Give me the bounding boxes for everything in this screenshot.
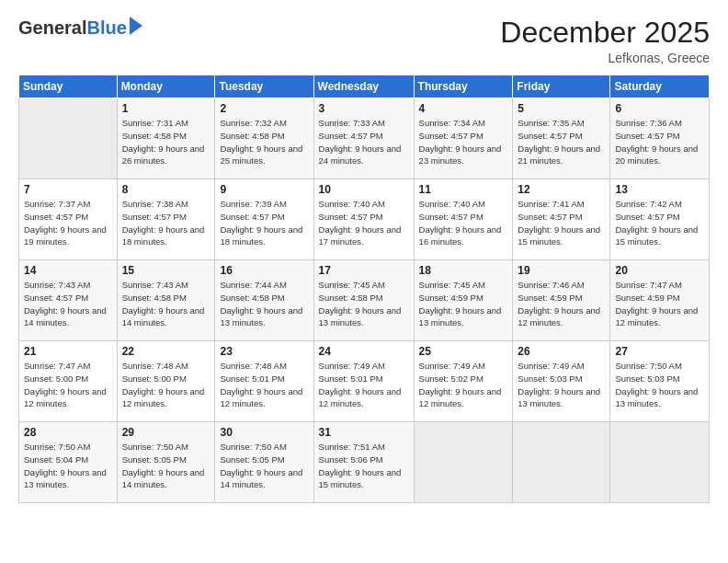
calendar-cell <box>513 422 610 503</box>
day-info: Sunrise: 7:51 AMSunset: 5:06 PMDaylight:… <box>319 441 409 491</box>
calendar-cell: 29Sunrise: 7:50 AMSunset: 5:05 PMDayligh… <box>117 422 215 503</box>
day-info: Sunrise: 7:38 AMSunset: 4:57 PMDaylight:… <box>122 198 210 248</box>
calendar-cell: 3Sunrise: 7:33 AMSunset: 4:57 PMDaylight… <box>313 98 414 179</box>
header: General Blue December 2025 Lefkonas, Gre… <box>18 17 710 65</box>
day-number: 9 <box>220 183 308 196</box>
day-number: 10 <box>319 183 409 196</box>
calendar-cell: 19Sunrise: 7:46 AMSunset: 4:59 PMDayligh… <box>513 260 610 341</box>
calendar-cell: 14Sunrise: 7:43 AMSunset: 4:57 PMDayligh… <box>19 260 118 341</box>
calendar-cell: 4Sunrise: 7:34 AMSunset: 4:57 PMDaylight… <box>414 98 513 179</box>
calendar-cell: 12Sunrise: 7:41 AMSunset: 4:57 PMDayligh… <box>513 179 610 260</box>
day-info: Sunrise: 7:44 AMSunset: 4:58 PMDaylight:… <box>220 279 308 329</box>
calendar-cell: 6Sunrise: 7:36 AMSunset: 4:57 PMDaylight… <box>610 98 710 179</box>
logo: General Blue <box>18 17 142 39</box>
calendar-cell: 2Sunrise: 7:32 AMSunset: 4:58 PMDaylight… <box>215 98 313 179</box>
day-number: 4 <box>419 102 508 115</box>
calendar-week-row: 1Sunrise: 7:31 AMSunset: 4:58 PMDaylight… <box>19 98 710 179</box>
calendar-header-wednesday: Wednesday <box>313 75 414 98</box>
day-number: 28 <box>24 426 112 439</box>
calendar-header-tuesday: Tuesday <box>215 75 313 98</box>
day-number: 13 <box>615 183 704 196</box>
day-info: Sunrise: 7:46 AMSunset: 4:59 PMDaylight:… <box>518 279 605 329</box>
calendar-week-row: 28Sunrise: 7:50 AMSunset: 5:04 PMDayligh… <box>19 422 710 503</box>
calendar-table: SundayMondayTuesdayWednesdayThursdayFrid… <box>18 75 710 503</box>
day-info: Sunrise: 7:43 AMSunset: 4:57 PMDaylight:… <box>24 279 112 329</box>
day-info: Sunrise: 7:45 AMSunset: 4:58 PMDaylight:… <box>319 279 409 329</box>
calendar-header-row: SundayMondayTuesdayWednesdayThursdayFrid… <box>19 75 710 98</box>
calendar-header-monday: Monday <box>117 75 215 98</box>
calendar-cell <box>414 422 513 503</box>
month-title: December 2025 <box>500 17 710 49</box>
title-block: December 2025 Lefkonas, Greece <box>500 17 710 65</box>
calendar-cell: 8Sunrise: 7:38 AMSunset: 4:57 PMDaylight… <box>117 179 215 260</box>
day-info: Sunrise: 7:47 AMSunset: 5:00 PMDaylight:… <box>24 360 112 410</box>
day-info: Sunrise: 7:50 AMSunset: 5:03 PMDaylight:… <box>615 360 704 410</box>
day-number: 26 <box>518 345 605 358</box>
location-text: Lefkonas, Greece <box>500 51 710 65</box>
calendar-cell: 28Sunrise: 7:50 AMSunset: 5:04 PMDayligh… <box>19 422 118 503</box>
logo-blue-text: Blue <box>86 17 126 39</box>
calendar-cell: 18Sunrise: 7:45 AMSunset: 4:59 PMDayligh… <box>414 260 513 341</box>
day-info: Sunrise: 7:49 AMSunset: 5:03 PMDaylight:… <box>518 360 605 410</box>
calendar-cell: 31Sunrise: 7:51 AMSunset: 5:06 PMDayligh… <box>313 422 414 503</box>
day-info: Sunrise: 7:42 AMSunset: 4:57 PMDaylight:… <box>615 198 704 248</box>
calendar-cell <box>610 422 710 503</box>
calendar-cell: 9Sunrise: 7:39 AMSunset: 4:57 PMDaylight… <box>215 179 313 260</box>
day-info: Sunrise: 7:37 AMSunset: 4:57 PMDaylight:… <box>24 198 112 248</box>
day-number: 18 <box>419 264 508 277</box>
calendar-week-row: 7Sunrise: 7:37 AMSunset: 4:57 PMDaylight… <box>19 179 710 260</box>
day-info: Sunrise: 7:50 AMSunset: 5:04 PMDaylight:… <box>24 441 112 491</box>
calendar-cell: 11Sunrise: 7:40 AMSunset: 4:57 PMDayligh… <box>414 179 513 260</box>
day-number: 16 <box>220 264 308 277</box>
calendar-cell: 26Sunrise: 7:49 AMSunset: 5:03 PMDayligh… <box>513 341 610 422</box>
calendar-cell: 27Sunrise: 7:50 AMSunset: 5:03 PMDayligh… <box>610 341 710 422</box>
day-info: Sunrise: 7:40 AMSunset: 4:57 PMDaylight:… <box>319 198 409 248</box>
day-number: 27 <box>615 345 704 358</box>
calendar-week-row: 14Sunrise: 7:43 AMSunset: 4:57 PMDayligh… <box>19 260 710 341</box>
calendar-cell: 21Sunrise: 7:47 AMSunset: 5:00 PMDayligh… <box>19 341 118 422</box>
calendar-cell: 15Sunrise: 7:43 AMSunset: 4:58 PMDayligh… <box>117 260 215 341</box>
calendar-cell: 1Sunrise: 7:31 AMSunset: 4:58 PMDaylight… <box>117 98 215 179</box>
page: General Blue December 2025 Lefkonas, Gre… <box>0 0 728 563</box>
day-number: 19 <box>518 264 605 277</box>
day-info: Sunrise: 7:33 AMSunset: 4:57 PMDaylight:… <box>319 117 409 167</box>
day-number: 14 <box>24 264 112 277</box>
day-number: 7 <box>24 183 112 196</box>
day-info: Sunrise: 7:50 AMSunset: 5:05 PMDaylight:… <box>220 441 308 491</box>
day-number: 25 <box>419 345 508 358</box>
calendar-header-thursday: Thursday <box>414 75 513 98</box>
calendar-cell: 20Sunrise: 7:47 AMSunset: 4:59 PMDayligh… <box>610 260 710 341</box>
day-number: 29 <box>122 426 210 439</box>
day-number: 5 <box>518 102 605 115</box>
calendar-cell: 24Sunrise: 7:49 AMSunset: 5:01 PMDayligh… <box>313 341 414 422</box>
calendar-cell: 5Sunrise: 7:35 AMSunset: 4:57 PMDaylight… <box>513 98 610 179</box>
day-info: Sunrise: 7:50 AMSunset: 5:05 PMDaylight:… <box>122 441 210 491</box>
calendar-cell: 13Sunrise: 7:42 AMSunset: 4:57 PMDayligh… <box>610 179 710 260</box>
day-info: Sunrise: 7:35 AMSunset: 4:57 PMDaylight:… <box>518 117 605 167</box>
logo-arrow-icon <box>130 17 142 35</box>
calendar-cell: 7Sunrise: 7:37 AMSunset: 4:57 PMDaylight… <box>19 179 118 260</box>
day-number: 23 <box>220 345 308 358</box>
day-number: 17 <box>319 264 409 277</box>
day-number: 15 <box>122 264 210 277</box>
day-info: Sunrise: 7:49 AMSunset: 5:01 PMDaylight:… <box>319 360 409 410</box>
day-info: Sunrise: 7:47 AMSunset: 4:59 PMDaylight:… <box>615 279 704 329</box>
calendar-cell <box>19 98 118 179</box>
calendar-header-friday: Friday <box>513 75 610 98</box>
day-info: Sunrise: 7:43 AMSunset: 4:58 PMDaylight:… <box>122 279 210 329</box>
day-info: Sunrise: 7:48 AMSunset: 5:00 PMDaylight:… <box>122 360 210 410</box>
calendar-cell: 10Sunrise: 7:40 AMSunset: 4:57 PMDayligh… <box>313 179 414 260</box>
day-number: 20 <box>615 264 704 277</box>
day-number: 1 <box>122 102 210 115</box>
calendar-cell: 17Sunrise: 7:45 AMSunset: 4:58 PMDayligh… <box>313 260 414 341</box>
calendar-cell: 16Sunrise: 7:44 AMSunset: 4:58 PMDayligh… <box>215 260 313 341</box>
day-number: 30 <box>220 426 308 439</box>
calendar-cell: 25Sunrise: 7:49 AMSunset: 5:02 PMDayligh… <box>414 341 513 422</box>
day-info: Sunrise: 7:31 AMSunset: 4:58 PMDaylight:… <box>122 117 210 167</box>
day-info: Sunrise: 7:41 AMSunset: 4:57 PMDaylight:… <box>518 198 605 248</box>
day-info: Sunrise: 7:40 AMSunset: 4:57 PMDaylight:… <box>419 198 508 248</box>
day-number: 31 <box>319 426 409 439</box>
day-number: 8 <box>122 183 210 196</box>
day-number: 21 <box>24 345 112 358</box>
day-info: Sunrise: 7:32 AMSunset: 4:58 PMDaylight:… <box>220 117 308 167</box>
